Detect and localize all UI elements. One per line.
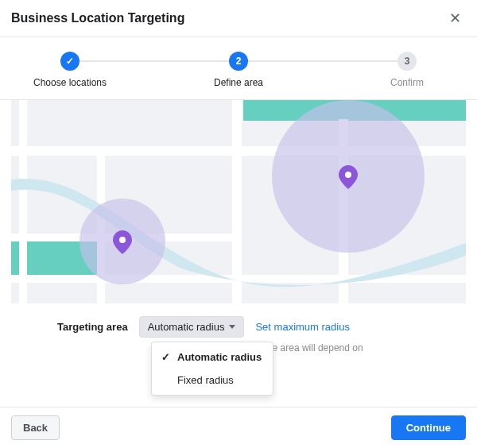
step-choose-locations: ✓ Choose locations bbox=[22, 52, 118, 88]
dropdown-option-automatic-radius[interactable]: ✓ Automatic radius bbox=[152, 346, 273, 369]
step-label: Define area bbox=[214, 77, 263, 88]
targeting-config: Targeting area Automatic radius Set maxi… bbox=[0, 305, 477, 353]
close-icon[interactable]: ✕ bbox=[446, 8, 464, 29]
targeting-area-dropdown[interactable]: Automatic radius bbox=[139, 316, 245, 338]
stepper: ✓ Choose locations 2 Define area 3 Confi… bbox=[0, 37, 477, 99]
modal-footer: Back Continue bbox=[0, 407, 477, 448]
step-label: Confirm bbox=[390, 77, 424, 88]
step-number-icon: 2 bbox=[229, 52, 248, 71]
step-define-area: 2 Define area bbox=[191, 52, 286, 88]
check-icon: ✓ bbox=[160, 351, 171, 363]
dropdown-option-fixed-radius[interactable]: Fixed radius bbox=[152, 369, 273, 392]
targeting-area-label: Targeting area bbox=[57, 321, 128, 333]
check-icon: ✓ bbox=[60, 52, 80, 71]
modal-title: Business Location Targeting bbox=[11, 11, 184, 25]
set-maximum-radius-link[interactable]: Set maximum radius bbox=[255, 321, 349, 333]
chevron-down-icon bbox=[229, 325, 235, 329]
dropdown-option-label: Automatic radius bbox=[177, 351, 262, 363]
targeting-row: Targeting area Automatic radius Set maxi… bbox=[11, 316, 466, 338]
svg-rect-6 bbox=[19, 100, 27, 303]
map-illustration bbox=[11, 100, 466, 303]
dropdown-option-label: Fixed radius bbox=[177, 374, 234, 386]
svg-point-13 bbox=[345, 172, 351, 178]
back-button[interactable]: Back bbox=[11, 415, 60, 440]
step-confirm: 3 Confirm bbox=[359, 52, 455, 88]
modal-header: Business Location Targeting ✕ bbox=[0, 0, 477, 37]
svg-rect-8 bbox=[232, 100, 242, 303]
svg-point-12 bbox=[119, 237, 126, 243]
continue-button[interactable]: Continue bbox=[391, 415, 466, 440]
step-number-icon: 3 bbox=[398, 52, 417, 71]
map-preview bbox=[11, 100, 466, 303]
targeting-area-dropdown-menu: ✓ Automatic radius Fixed radius bbox=[151, 342, 273, 396]
step-label: Choose locations bbox=[33, 77, 107, 88]
dropdown-selected-text: Automatic radius bbox=[148, 321, 225, 333]
